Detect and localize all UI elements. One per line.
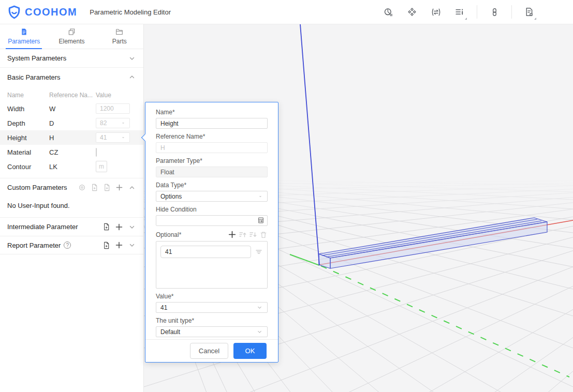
section-title: System Parameters <box>7 54 66 62</box>
chevron-down-icon <box>256 304 263 311</box>
add-icon[interactable] <box>115 223 123 231</box>
chevron-down-icon <box>256 328 263 335</box>
file-export-icon[interactable] <box>103 184 111 191</box>
add-icon[interactable] <box>115 184 123 191</box>
section-system-parameters[interactable]: System Parameters <box>0 49 143 68</box>
name-input[interactable] <box>156 118 268 129</box>
caret-down-icon <box>121 135 126 140</box>
data-type-select[interactable]: Options <box>156 191 268 202</box>
section-custom-parameters[interactable]: Custom Parameters <box>0 178 143 197</box>
link-icon[interactable] <box>482 0 506 24</box>
value-select[interactable]: 82 <box>96 118 130 128</box>
chevron-down-icon[interactable] <box>128 223 136 231</box>
toolbar-divider <box>511 5 512 19</box>
basic-parameters-rows: Width W 1200 Depth D 82 Height H 41 Mate… <box>0 101 143 178</box>
tab-label: Elements <box>58 38 84 45</box>
value-label: Value* <box>156 293 268 300</box>
basic-parameters-header: Name Reference Na... Value <box>0 89 143 101</box>
section-basic-parameters[interactable]: Basic Parameters <box>0 68 143 86</box>
ok-button[interactable]: OK <box>233 343 267 359</box>
component-icon[interactable] <box>400 0 424 24</box>
app-header: COOHOM Parametric Modeling Editor <box>0 0 573 24</box>
dialog-body: Name* Reference Name* Parameter Type* Fl… <box>145 102 278 339</box>
page-title: Parametric Modeling Editor <box>90 8 171 16</box>
param-name: Contour <box>7 163 49 171</box>
value-input[interactable]: 1200 <box>96 103 130 114</box>
chevron-up-icon[interactable] <box>128 184 136 192</box>
param-ref: D <box>49 119 96 127</box>
swap-icon[interactable] <box>424 0 448 24</box>
tab-label: Parameters <box>8 38 40 45</box>
options-list <box>156 241 268 289</box>
move-up-icon <box>239 231 247 239</box>
coohom-logo-icon <box>7 5 21 19</box>
circle-settings-icon[interactable] <box>78 184 86 191</box>
parameters-sidebar: Parameters Elements Parts System Paramet… <box>0 24 144 392</box>
parameter-row-material[interactable]: Material CZ <box>0 145 143 159</box>
param-ref: W <box>49 105 96 113</box>
section-report-parameter[interactable]: Report Parameter ? <box>0 236 143 254</box>
header-toolbar <box>376 0 573 24</box>
document-icon <box>20 28 28 36</box>
tab-parameters[interactable]: Parameters <box>0 24 48 49</box>
parameter-row-width[interactable]: Width W 1200 <box>0 101 143 116</box>
section-intermediate-parameter[interactable]: Intermediate Parameter <box>0 217 143 236</box>
chevron-down-icon <box>128 54 136 63</box>
reference-name-label: Reference Name* <box>156 133 268 140</box>
chevron-down-icon[interactable] <box>128 241 136 249</box>
material-sphere-icon[interactable] <box>376 0 400 24</box>
file-add-icon[interactable] <box>102 242 110 249</box>
tab-parts[interactable]: Parts <box>96 24 143 49</box>
cancel-button[interactable]: Cancel <box>190 343 228 359</box>
formula-icon[interactable] <box>257 217 265 224</box>
data-type-label: Data Type* <box>156 182 268 189</box>
value-select[interactable]: 41 <box>96 132 130 143</box>
parameter-row-depth[interactable]: Depth D 82 <box>0 116 143 130</box>
option-value-input[interactable] <box>160 246 251 258</box>
parameter-row-contour[interactable]: Contour LK m <box>0 159 143 174</box>
help-icon[interactable]: ? <box>64 242 71 249</box>
brand[interactable]: COOHOM <box>0 5 77 19</box>
optional-label: Optional* <box>156 231 181 238</box>
add-icon[interactable] <box>115 241 123 249</box>
dropdown-caret <box>465 18 467 20</box>
section-title: Intermediate Parameter <box>7 223 78 231</box>
file-add-icon[interactable] <box>102 223 110 231</box>
folder-icon <box>115 28 123 36</box>
move-down-icon <box>249 231 257 239</box>
material-swatch[interactable] <box>96 148 97 157</box>
dialog-footer: Cancel OK <box>145 339 278 362</box>
unit-type-label: The unit type* <box>156 317 268 324</box>
param-name: Width <box>7 105 49 113</box>
parameter-row-height[interactable]: Height H 41 <box>0 130 143 145</box>
empty-state-text: No User-Input found. <box>0 197 143 217</box>
tab-elements[interactable]: Elements <box>48 24 95 49</box>
chevron-up-icon <box>128 73 136 81</box>
param-name: Depth <box>7 119 49 127</box>
reference-name-input <box>156 142 268 153</box>
list-info-icon[interactable] <box>448 0 472 24</box>
value-select[interactable]: 41 <box>156 302 268 313</box>
export-doc-icon[interactable] <box>517 0 541 24</box>
caret-down-icon <box>258 194 263 199</box>
drag-handle-icon[interactable] <box>255 248 263 256</box>
tab-label: Parts <box>112 38 127 45</box>
section-title: Custom Parameters <box>7 184 67 191</box>
hide-condition-input[interactable] <box>156 215 268 226</box>
column-name: Name <box>7 92 49 99</box>
parameter-type-label: Parameter Type* <box>156 157 268 164</box>
add-option-icon[interactable] <box>228 230 237 239</box>
param-ref: CZ <box>49 148 96 156</box>
unit-type-select[interactable]: Default <box>156 326 268 337</box>
contour-thumbnail[interactable]: m <box>96 161 107 172</box>
name-label: Name* <box>156 109 268 116</box>
delete-option-icon <box>259 231 268 239</box>
toolbar-divider <box>477 5 477 19</box>
parameter-edit-dialog: Name* Reference Name* Parameter Type* Fl… <box>145 102 278 363</box>
file-import-icon[interactable] <box>91 184 98 191</box>
brand-name: COOHOM <box>25 6 77 18</box>
caret-down-icon <box>121 120 126 126</box>
section-title: Basic Parameters <box>7 73 61 81</box>
param-name: Material <box>7 148 49 156</box>
layers-icon <box>68 28 76 36</box>
